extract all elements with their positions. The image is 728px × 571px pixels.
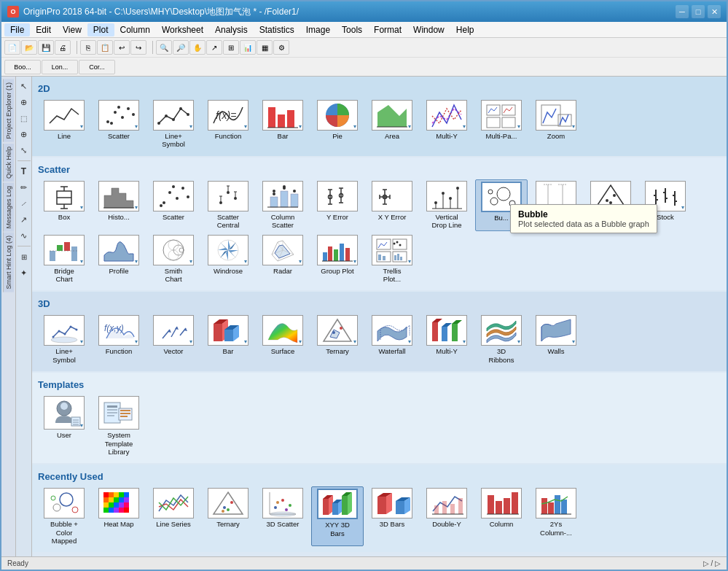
tool-text[interactable]: T [17,164,31,179]
tool-zoom[interactable]: ⬚ [17,111,31,125]
chart-3d-surface[interactable]: Surface [257,314,309,365]
tb-new[interactable]: 📄 [4,40,20,55]
menu-format[interactable]: Format [368,23,407,36]
tool-annotate[interactable]: ✦ [17,265,31,280]
chart-3d-ternary[interactable]: Ternary [311,314,364,365]
tb-pan[interactable]: ✋ [189,40,206,55]
chart-windrose[interactable]: Windrose [202,233,254,285]
chart-3d-ribbons[interactable]: 3DRibbons [475,314,528,365]
chart-function[interactable]: f(x)= Function [202,98,254,150]
tool-pan[interactable]: ⊕ [17,127,31,141]
chart-y-error[interactable]: Y Error [311,179,364,231]
tb-save[interactable]: 💾 [38,40,54,55]
tb-open[interactable]: 📂 [21,40,37,55]
chart-3d-line-symbol[interactable]: Line+Symbol [38,314,90,365]
tab-messages-log[interactable]: Messages Log [3,183,14,232]
menu-help[interactable]: Help [450,23,480,36]
chart-ternary-recent[interactable]: Ternary [202,486,254,546]
chart-multi-y[interactable]: Multi-Y [420,98,473,150]
chart-scatter-central[interactable]: ScatterCentral [202,179,254,231]
chart-3d-bars-recent[interactable]: 3D Bars [366,486,418,546]
chart-double-y[interactable]: Double-Y [420,486,473,546]
chart-radar[interactable]: Radar [257,233,309,285]
chart-line-symbol[interactable]: Line+Symbol [147,98,200,150]
tool-pointer[interactable]: ↖ [17,79,31,93]
chart-box[interactable]: Box [38,179,90,231]
tool-scale[interactable]: ⤡ [17,143,31,158]
tb-redo[interactable]: ↪ [130,40,146,55]
3d-waterfall-svg [374,316,410,344]
tool-curve[interactable]: ∿ [17,228,31,243]
tb-data-select[interactable]: ⊞ [223,40,239,55]
menu-view[interactable]: View [57,23,87,36]
chart-bridge[interactable]: BridgeChart [38,233,90,285]
menu-analysis[interactable]: Analysis [209,23,254,36]
chart-pie[interactable]: Pie [311,98,364,150]
menu-image[interactable]: Image [300,23,336,36]
tool-arrow[interactable]: ↗ [17,212,31,227]
chart-line[interactable]: Line [38,98,90,150]
chart-3d-vector[interactable]: Vector [147,314,200,365]
menu-edit[interactable]: Edit [30,23,57,36]
chart-scatter[interactable]: Scatter [93,98,145,150]
chart-column-scatter[interactable]: ColumnScatter [257,179,309,231]
chart-3d-bar[interactable]: Bar [202,314,254,365]
chart-trellis[interactable]: TrellisPlot... [366,233,418,285]
tb-undo[interactable]: ↩ [114,40,130,55]
tb-select[interactable]: ↗ [206,40,222,55]
chart-user-template[interactable]: User [38,395,90,457]
menu-window[interactable]: Window [407,23,450,36]
tb-home[interactable]: Boo... [4,60,41,74]
menu-column[interactable]: Column [114,23,156,36]
chart-zoom[interactable]: Zoom [530,98,582,150]
tb-options[interactable]: ⚙ [273,40,289,55]
tb-cor[interactable]: Cor... [79,60,115,74]
tb-print[interactable]: 🖨 [55,40,71,55]
menu-statistics[interactable]: Statistics [254,23,300,36]
tool-data[interactable]: ⊞ [17,249,31,264]
menu-file[interactable]: File [4,23,30,36]
chart-group-plot[interactable]: Group Plot [311,233,364,285]
menu-worksheet[interactable]: Worksheet [156,23,209,36]
chart-2ys-column[interactable]: 2YsColumn-... [530,486,582,546]
chart-heat-map[interactable]: Heat Map [93,486,145,546]
chart-3d-scatter[interactable]: 3D Scatter [257,486,309,546]
chart-3d-function[interactable]: f(x,y) Function [93,314,145,365]
chart-line-series[interactable]: Line Series [147,486,200,546]
close-button[interactable]: ✕ [708,5,721,18]
chart-bubble-color[interactable]: Bubble +ColorMapped [38,486,90,546]
chart-3d-waterfall[interactable]: Waterfall [366,314,418,365]
maximize-button[interactable]: □ [692,5,705,18]
chart-xyy-3d-bars[interactable]: XYY 3DBars [311,486,364,546]
tb-table[interactable]: ▦ [257,40,273,55]
menu-tools[interactable]: Tools [336,23,368,36]
tb-zoom-in[interactable]: 🔍 [156,40,172,55]
chart-vertical-drop[interactable]: VerticalDrop Line [420,179,473,231]
tool-line[interactable]: ⟋ [17,196,31,211]
tool-crosshair[interactable]: ⊕ [17,95,31,109]
tb-zoom-out[interactable]: 🔎 [173,40,189,55]
tb-paste[interactable]: 📋 [97,40,113,55]
tab-quick-help[interactable]: Quick Help [3,144,14,182]
chart-profile[interactable]: Profile [93,233,145,285]
chart-area[interactable]: Area [366,98,418,150]
tab-smart-hint[interactable]: Smart Hint Log (4) [3,233,14,292]
chart-walls[interactable]: Walls [530,314,582,365]
tool-draw[interactable]: ✏ [17,180,31,195]
chart-histo[interactable]: Histo... [93,179,145,231]
tb-graph[interactable]: 📊 [240,40,256,55]
tb-long[interactable]: Lon... [42,60,78,74]
chart-column-recent[interactable]: Column [475,486,528,546]
tab-project-explorer[interactable]: Project Explorer (1) [3,79,14,142]
chart-smith[interactable]: SmithChart [147,233,200,285]
chart-multi-pa[interactable]: Multi-Pa... [475,98,528,150]
window-controls[interactable]: ─ □ ✕ [676,5,721,18]
chart-3d-multi-y[interactable]: Multi-Y [420,314,473,365]
tb-copy[interactable]: ⎘ [80,40,96,55]
chart-bar[interactable]: Bar [257,98,309,150]
chart-system-template[interactable]: SystemTemplateLibrary [93,395,145,457]
chart-xy-error[interactable]: X Y Error [366,179,418,231]
minimize-button[interactable]: ─ [676,5,689,18]
menu-plot[interactable]: Plot [87,23,114,36]
chart-scatter2[interactable]: Scatter [147,179,200,231]
